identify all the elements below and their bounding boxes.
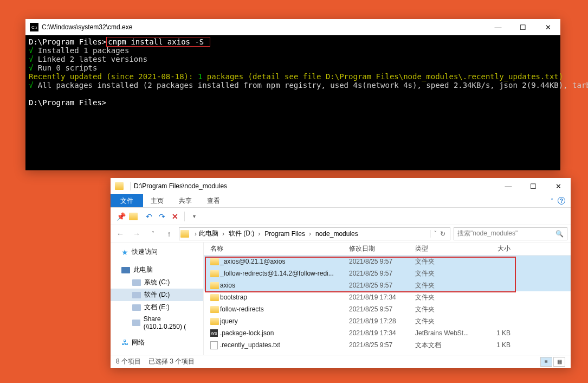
drive-icon [132,292,141,298]
folder-icon [210,270,219,277]
file-type: JetBrains WebSt... [415,329,478,337]
status-item-count: 8 个项目 [116,357,141,366]
text-file-icon [210,341,218,349]
col-size[interactable]: 大小 [478,244,511,253]
help-icon[interactable]: ? [558,197,565,205]
address-row: ← → ˅ ↑ › 此电脑 软件 (D:) Program Files node… [111,225,571,242]
star-icon: ★ [121,248,128,257]
cmd-output: D:\Program Files>cnpm install axios -S √… [25,35,560,109]
file-date: 2021/8/25 9:57 [349,341,415,349]
folder-icon [210,258,219,265]
nav-quick-access[interactable]: ★ 快速访问 [111,246,203,258]
history-dropdown-icon[interactable]: ˅ [434,230,437,238]
search-icon[interactable]: 🔍 [555,230,564,238]
status-bar: 8 个项目 已选择 3 个项目 ≡ ▦ [111,355,571,368]
breadcrumb-seg[interactable]: 此电脑 [197,228,227,239]
file-date: 2021/8/25 9:57 [349,258,415,265]
nav-recent-icon[interactable]: ˅ [146,227,159,240]
column-headers: 名称 修改日期 类型 大小 [204,242,571,256]
list-item[interactable]: .recently_updates.txt2021/8/25 9:57文本文档1… [204,339,571,351]
pin-icon[interactable]: 📌 [116,212,126,221]
file-name: _axios@0.21.1@axios [220,258,349,265]
ribbon-tabs: 文件 主页 共享 查看 ˅ ? [111,194,571,208]
minimize-button[interactable]: — [486,19,511,35]
tab-file[interactable]: 文件 [111,194,143,207]
folder-icon[interactable] [129,213,138,220]
status-selected-count: 已选择 3 个项目 [148,357,195,366]
view-details-button[interactable]: ≡ [540,357,552,367]
tab-view[interactable]: 查看 [199,194,228,207]
file-type: 文件夹 [415,317,478,326]
nav-drive-d[interactable]: 软件 (D:) [111,289,203,301]
view-icons-button[interactable]: ▦ [553,357,565,367]
drive-icon [132,279,141,286]
list-item[interactable]: _follow-redirects@1.14.2@follow-redi...2… [204,267,571,279]
file-date: 2021/8/25 9:57 [349,270,415,277]
folder-icon [115,182,124,190]
close-button[interactable]: ✕ [535,19,560,35]
file-date: 2021/8/19 17:34 [349,293,415,301]
file-size: 1 KB [478,329,511,337]
list-item[interactable]: follow-redirects2021/8/25 9:57文件夹 [204,303,571,315]
file-date: 2021/8/19 17:28 [349,317,415,325]
breadcrumb-seg[interactable]: Program Files [262,229,313,239]
file-date: 2021/8/19 17:34 [349,329,415,337]
file-date: 2021/8/25 9:57 [349,305,415,313]
cmd-title-text: C:\Windows\system32\cmd.exe [42,23,132,31]
breadcrumb-seg[interactable]: 软件 (D:) [227,228,262,239]
more-icon[interactable]: ▾ [189,212,199,221]
explorer-titlebar[interactable]: D:\Program Files\node_modules — ☐ ✕ [111,178,571,194]
tab-home[interactable]: 主页 [143,194,171,207]
file-name: jquery [220,317,349,325]
drive-icon [132,304,141,311]
nav-this-pc[interactable]: 此电脑 [111,264,203,276]
explorer-title-text: D:\Program Files\node_modules [134,182,227,190]
folder-icon [210,282,219,289]
file-list-pane: 名称 修改日期 类型 大小 _axios@0.21.1@axios2021/8/… [204,242,571,355]
quick-access-toolbar: 📌 ↶ ↷ ✕ ▾ [111,208,571,225]
file-size: 1 KB [478,341,511,349]
file-name: .package-lock.json [220,329,349,337]
undo-icon[interactable]: ↶ [144,212,154,221]
navigation-pane: ★ 快速访问 此电脑 系统 (C:) 软件 (D:) 文档 (E:) [111,242,204,355]
nav-network[interactable]: 🖧 网络 [111,336,203,349]
nav-forward-icon[interactable]: → [130,227,143,240]
folder-icon [210,294,219,301]
nav-up-icon[interactable]: ↑ [163,227,176,240]
maximize-button[interactable]: ☐ [511,19,535,35]
cmd-titlebar[interactable]: C:\ C:\Windows\system32\cmd.exe — ☐ ✕ [25,19,560,35]
file-date: 2021/8/25 9:57 [349,282,415,289]
delete-icon[interactable]: ✕ [170,212,180,221]
json-file-icon: WS [210,329,218,337]
file-name: bootstrap [220,293,349,301]
nav-back-icon[interactable]: ← [114,227,127,240]
tab-share[interactable]: 共享 [171,194,199,207]
maximize-button[interactable]: ☐ [521,178,546,194]
breadcrumb-seg[interactable]: node_modules [313,229,364,239]
list-item[interactable]: WS.package-lock.json2021/8/19 17:34JetBr… [204,327,571,339]
close-button[interactable]: ✕ [546,178,571,194]
file-type: 文件夹 [415,257,478,266]
list-item[interactable]: jquery2021/8/19 17:28文件夹 [204,315,571,327]
folder-icon [210,306,219,313]
file-type: 文本文档 [415,341,478,350]
redo-icon[interactable]: ↷ [157,212,167,221]
minimize-button[interactable]: — [496,178,521,194]
pc-icon [121,267,130,273]
ribbon-collapse-icon[interactable]: ˅ [551,198,553,204]
address-bar[interactable]: › 此电脑 软件 (D:) Program Files node_modules… [179,227,450,240]
nav-drive-c[interactable]: 系统 (C:) [111,276,203,289]
refresh-icon[interactable]: ↻ [440,230,445,238]
search-input[interactable]: 搜索"node_modules" 🔍 [454,227,567,240]
file-type: 文件夹 [415,281,478,290]
list-item[interactable]: _axios@0.21.1@axios2021/8/25 9:57文件夹 [204,256,571,267]
explorer-window: D:\Program Files\node_modules — ☐ ✕ 文件 主… [111,178,571,368]
col-name[interactable]: 名称 [210,244,349,253]
file-rows: _axios@0.21.1@axios2021/8/25 9:57文件夹_fol… [204,256,571,351]
nav-drive-e[interactable]: 文档 (E:) [111,301,203,314]
list-item[interactable]: axios2021/8/25 9:57文件夹 [204,279,571,291]
col-date[interactable]: 修改日期 [349,244,415,253]
col-type[interactable]: 类型 [415,244,478,253]
nav-network-share[interactable]: Share (\\10.1.0.250) ( [111,314,203,332]
list-item[interactable]: bootstrap2021/8/19 17:34文件夹 [204,291,571,303]
